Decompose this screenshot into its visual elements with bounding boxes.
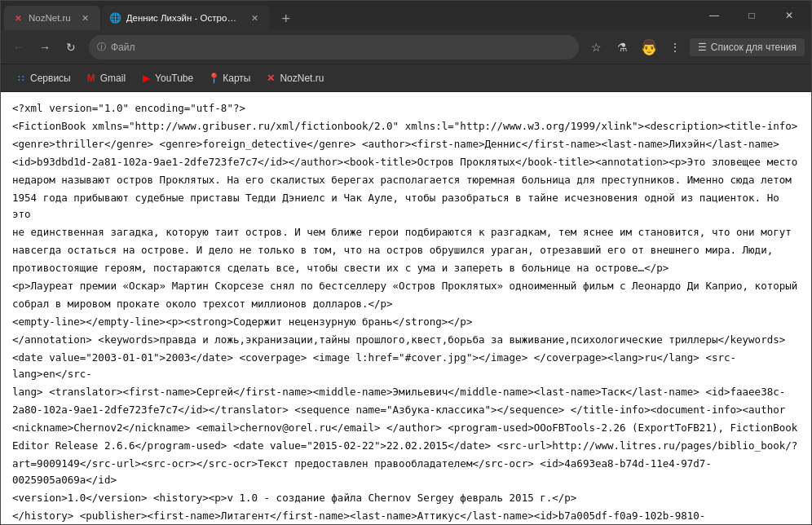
tab-noznet-label: NozNet.ru (29, 13, 71, 23)
content-line: </annotation> <keywords>правда и ложь,эк… (12, 332, 800, 348)
tabs-area: ✕ NozNet.ru ✕ 🌐 Деннис Лихэйн - Остров П… (1, 1, 695, 30)
forward-button[interactable]: → (33, 36, 56, 59)
tab-noznet-favicon: ✕ (12, 12, 24, 24)
content-line: Editor Release 2.6.6</program-used> <dat… (12, 438, 800, 454)
tab-book[interactable]: 🌐 Деннис Лихэйн - Остров Прок… ✕ (102, 6, 270, 30)
browser-window: ✕ NozNet.ru ✕ 🌐 Деннис Лихэйн - Остров П… (0, 0, 812, 525)
content-line: навсегда остаться на острове. И дело не … (12, 242, 800, 258)
tab-book-favicon: 🌐 (110, 12, 121, 24)
bookmark-gmail[interactable]: M Gmail (79, 69, 132, 87)
bookmark-gmail-label: Gmail (100, 73, 126, 84)
address-input[interactable] (140, 41, 571, 53)
content-line: собрал в мировом прокате около трехсот м… (12, 296, 800, 312)
tab-noznet[interactable]: ✕ NozNet.ru ✕ (4, 6, 100, 30)
bookmark-maps[interactable]: 📍 Карты (201, 69, 257, 87)
tab-book-close[interactable]: ✕ (249, 11, 262, 24)
content-line: недаром называют остров Проклятых. На ег… (12, 172, 800, 188)
tab-noznet-close[interactable]: ✕ (79, 11, 92, 24)
content-line: <version>1.0</version> <history><p>v 1.0… (12, 490, 800, 506)
navbar: ← → ↻ ⓘ Файл ☆ ⚗ 👨 ⋮ ☰ Список для чтения (1, 30, 811, 64)
content-line: lang> <translator><first-name>Сергей</fi… (12, 384, 800, 400)
content-line: <?xml version="1.0" encoding="utf-8"?> (12, 100, 800, 117)
reading-list-button[interactable]: ☰ Список для чтения (690, 38, 805, 56)
content-line: <FictionBook xmlns="http://www.gribuser.… (12, 118, 800, 135)
content-line: <p>Лауреат премии «Оскар» Мартин Скорсез… (12, 278, 800, 294)
bookmark-maps-label: Карты (223, 73, 250, 84)
bookmark-maps-favicon: 📍 (208, 73, 219, 84)
close-button[interactable]: ✕ (770, 1, 808, 30)
bookmark-services[interactable]: ∷ Сервисы (9, 69, 77, 87)
content-line: противостоящие героям, постараются сдела… (12, 260, 800, 276)
maximize-button[interactable]: □ (733, 1, 770, 30)
content-line: </history> <publisher><first-name>Литаге… (12, 508, 800, 524)
bookmark-noznet[interactable]: ✕ NozNet.ru (258, 69, 330, 87)
star-button[interactable]: ☆ (585, 36, 608, 59)
window-controls: — □ ✕ (695, 1, 811, 30)
profile-button[interactable]: 👨 (638, 36, 660, 59)
reload-button[interactable]: ↻ (60, 36, 82, 59)
content-line: <empty-line></empty-line><p><strong>Соде… (12, 314, 800, 330)
tab-book-label: Деннис Лихэйн - Остров Прок… (126, 13, 241, 23)
bookmark-noznet-label: NozNet.ru (280, 73, 324, 84)
reading-list-icon: ☰ (698, 42, 707, 53)
nav-right-buttons: ☆ ⚗ 👨 ⋮ (585, 36, 686, 59)
bookmark-youtube[interactable]: ▶ YouTube (134, 69, 200, 87)
content-line: art=9009149</src-url><src-ocr></src-ocr>… (12, 456, 800, 488)
bookmark-services-favicon: ∷ (15, 73, 27, 84)
reading-list-label: Список для чтения (711, 42, 797, 53)
content-line: 2a80-102a-9ae1-2dfe723fe7c7</id></transl… (12, 402, 800, 418)
bookmarks-bar: ∷ Сервисы M Gmail ▶ YouTube 📍 Карты ✕ No… (1, 64, 811, 92)
content-line: не единственная загадка, которую таит ос… (12, 224, 800, 240)
bookmark-youtube-label: YouTube (155, 73, 193, 84)
extensions-button[interactable]: ⚗ (611, 36, 634, 59)
bookmark-gmail-favicon: M (86, 73, 97, 84)
content-area[interactable]: <?xml version="1.0" encoding="utf-8"?><F… (1, 92, 811, 524)
new-tab-button[interactable]: + (275, 7, 298, 30)
bookmark-noznet-favicon: ✕ (265, 73, 276, 84)
menu-button[interactable]: ⋮ (664, 36, 686, 59)
bookmark-youtube-favicon: ▶ (140, 73, 152, 84)
content-line: <id>b93dbd1d-2a81-102a-9ae1-2dfe723fe7c7… (12, 154, 800, 170)
address-info-icon: ⓘ (97, 41, 106, 53)
minimize-button[interactable]: — (695, 1, 733, 30)
content-line: <genre>thriller</genre> <genre>foreign_d… (12, 136, 800, 152)
address-bar-container[interactable]: ⓘ Файл (89, 35, 579, 60)
content-line: <nickname>Chernov2</nickname> <email>che… (12, 420, 800, 436)
back-button[interactable]: ← (7, 36, 30, 59)
address-prefix: Файл (111, 42, 135, 53)
bookmark-services-label: Сервисы (30, 73, 71, 84)
content-line: 1954 года прибывают судебные приставы Те… (12, 190, 800, 223)
content-line: <date value="2003-01-01">2003</date> <co… (12, 350, 800, 382)
titlebar: ✕ NozNet.ru ✕ 🌐 Деннис Лихэйн - Остров П… (1, 1, 811, 30)
